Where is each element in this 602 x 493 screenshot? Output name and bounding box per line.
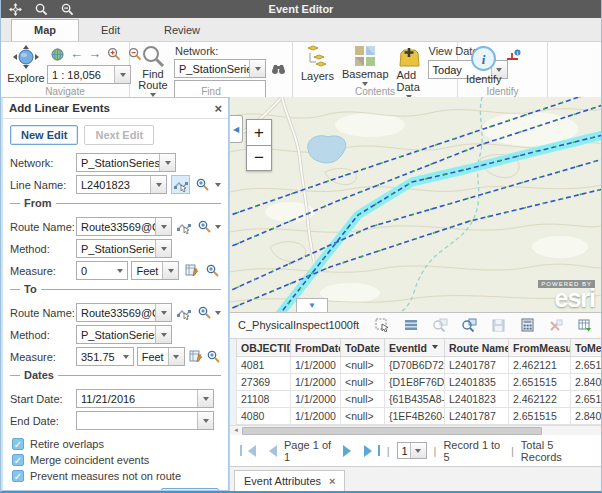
tab-event-attributes[interactable]: Event Attributes × (234, 470, 345, 491)
from-zoom-to-route-icon[interactable] (196, 217, 212, 236)
map-zoom-in-button[interactable]: + (247, 120, 271, 145)
to-measure-caret-icon[interactable] (119, 348, 133, 365)
column-header-todate[interactable]: ToDate (341, 339, 385, 357)
horizontal-scrollbar[interactable]: ◄ (230, 425, 601, 435)
collapse-table-button[interactable]: ▼ (296, 298, 328, 312)
from-zoom-to-measure-icon[interactable] (204, 261, 221, 280)
zoom-in-tool-icon[interactable] (33, 1, 49, 17)
zoom-to-line-caret-icon[interactable] (215, 183, 221, 190)
end-date-dropdown-icon[interactable] (197, 412, 213, 429)
retire-overlaps-checkbox[interactable]: ✓ (12, 438, 24, 450)
from-zoom-caret-icon[interactable] (215, 225, 221, 232)
column-header-frommeasure[interactable]: FromMeasure (509, 339, 571, 357)
tab-review[interactable]: Review (142, 20, 222, 41)
from-unit-select[interactable]: Feet (131, 261, 179, 280)
column-header-routename[interactable]: Route Name (445, 339, 509, 357)
identify-button[interactable]: i Identify (462, 44, 505, 86)
table-toolbar: C_PhysicalInspect1000ft (230, 313, 601, 339)
layers-button[interactable]: Layers (297, 44, 338, 83)
collapse-panel-button[interactable]: ◀ (230, 115, 243, 143)
to-unit-dropdown-icon[interactable] (168, 348, 184, 365)
retire-overlaps-option[interactable]: ✓ Retire overlaps (10, 436, 221, 451)
map-view[interactable]: ◀ + − ▼ POWERED BY esri (230, 97, 601, 312)
zoom-in-icon[interactable] (106, 46, 122, 62)
from-method-dropdown-icon[interactable] (155, 240, 171, 257)
from-unit-dropdown-icon[interactable] (162, 262, 178, 279)
column-header-eventid[interactable]: EventId (385, 339, 445, 357)
panel-close-icon[interactable]: × (214, 101, 222, 116)
previous-extent-icon[interactable]: ← (70, 48, 83, 60)
table-row[interactable]: 40811/1/2000<null>{D70B6D72-3L24017872.4… (237, 357, 602, 374)
map-scale-dropdown-icon[interactable] (114, 66, 130, 83)
next-button[interactable]: Next > (161, 488, 219, 490)
end-date-select[interactable] (76, 411, 214, 430)
previous-page-button[interactable] (263, 445, 277, 457)
start-date-dropdown-icon[interactable] (197, 390, 213, 407)
to-method-select[interactable]: P_StationSeries (76, 325, 172, 344)
binoculars-icon[interactable] (270, 61, 286, 77)
to-method-dropdown-icon[interactable] (155, 326, 171, 343)
from-select-route-on-map-icon[interactable] (176, 217, 192, 236)
from-measure-input[interactable]: 0 (76, 261, 128, 280)
prevent-measures-option[interactable]: ✓ Prevent measures not on route (10, 468, 221, 483)
column-header-tomeasure[interactable]: ToMeasure (571, 339, 602, 357)
find-network-dropdown-icon[interactable] (249, 60, 265, 77)
to-measure-input[interactable]: 351.75 (76, 347, 134, 366)
next-page-button[interactable] (343, 445, 357, 457)
line-name-dropdown-icon[interactable] (150, 176, 166, 193)
to-select-route-on-map-icon[interactable] (176, 303, 192, 322)
from-method-select[interactable]: P_StationSeries (76, 239, 172, 258)
basemap-button[interactable]: Basemap (338, 44, 392, 90)
to-zoom-caret-icon[interactable] (215, 311, 221, 318)
scroll-left-icon[interactable]: ◄ (230, 426, 242, 435)
table-row[interactable]: 273691/1/2000<null>{D1E8F76D-FL24018352.… (237, 374, 602, 391)
from-route-dropdown-icon[interactable] (155, 218, 171, 235)
column-header-objectid[interactable]: OBJECTID (237, 339, 291, 357)
new-edit-button[interactable]: New Edit (10, 125, 78, 145)
selection-tool-icon[interactable] (374, 317, 390, 333)
tab-edit[interactable]: Edit (79, 20, 142, 41)
select-line-on-map-icon[interactable] (171, 175, 189, 194)
table-row[interactable]: 40801/1/2000<null>{1EF4B260-F0L24017872.… (237, 408, 602, 425)
from-measure-caret-icon[interactable] (113, 262, 127, 279)
explore-button[interactable]: Explore (5, 44, 47, 85)
to-zoom-to-route-icon[interactable] (196, 303, 212, 322)
zoom-to-line-icon[interactable] (194, 175, 212, 194)
to-unit-select[interactable]: Feet (137, 347, 185, 366)
page-number-dropdown-icon[interactable] (410, 443, 426, 458)
column-header-fromdate[interactable]: FromDate (291, 339, 341, 357)
tab-close-icon[interactable]: × (329, 475, 335, 487)
to-route-dropdown-icon[interactable] (155, 304, 171, 321)
full-extent-icon[interactable] (49, 46, 65, 62)
attribute-set-icon[interactable] (577, 317, 593, 333)
tab-map[interactable]: Map (11, 19, 79, 41)
last-page-button[interactable] (364, 445, 380, 457)
to-pick-measure-icon[interactable] (189, 347, 203, 366)
pan-to-selected-icon[interactable] (461, 317, 477, 333)
merge-coincident-checkbox[interactable]: ✓ (12, 454, 24, 466)
show-selected-records-icon[interactable] (403, 317, 419, 333)
map-scale-select[interactable]: 1 : 18,056 (47, 65, 131, 84)
scrollbar-thumb[interactable] (242, 427, 542, 435)
network-dropdown-icon[interactable] (159, 154, 175, 171)
field-calculator-icon[interactable] (519, 317, 535, 333)
line-name-select[interactable]: L2401823 (76, 175, 167, 194)
to-route-name-select[interactable]: Route33569@Cent (76, 303, 172, 322)
next-extent-icon[interactable]: → (88, 48, 101, 60)
identify-label: Identify (466, 73, 501, 85)
network-select[interactable]: P_StationSeries (76, 153, 176, 172)
from-pick-measure-icon[interactable] (183, 261, 200, 280)
first-page-button[interactable] (240, 445, 256, 457)
from-route-name-select[interactable]: Route33569@Cent (76, 217, 172, 236)
start-date-select[interactable]: 11/21/2016 (76, 389, 214, 408)
page-number-select[interactable]: 1 (397, 442, 427, 459)
zoom-out-tool-icon[interactable] (59, 1, 75, 17)
map-zoom-out-button[interactable]: − (247, 145, 271, 170)
identify-route-location-icon[interactable]: i (505, 48, 521, 64)
table-row[interactable]: 211081/1/2000<null>{61B435A8-32L24018232… (237, 391, 602, 408)
find-network-select[interactable]: P_StationSeries (174, 59, 266, 78)
pan-icon[interactable] (7, 1, 23, 17)
prevent-measures-checkbox[interactable]: ✓ (12, 470, 24, 482)
merge-coincident-option[interactable]: ✓ Merge coincident events (10, 452, 221, 467)
to-zoom-to-measure-icon[interactable] (207, 347, 221, 366)
